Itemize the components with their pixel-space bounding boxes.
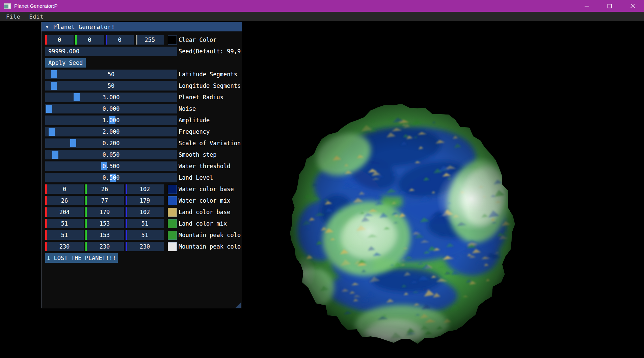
drag-value: 26 [85, 184, 124, 194]
mountain-peak-color-base-swatch[interactable] [168, 231, 177, 240]
land-color-mix-swatch[interactable] [168, 219, 177, 228]
drag-value: 51 [126, 219, 164, 228]
seed-input[interactable]: 99999.000 [45, 47, 177, 56]
planet-generator-panel: ▼ Planet Generator! 0 0 [41, 22, 242, 308]
drag-value: 153 [85, 219, 124, 228]
collapse-arrow-icon[interactable]: ▼ [46, 25, 49, 29]
clear-color-b-field[interactable]: 0 [106, 35, 134, 45]
color-inputs: 5115351 [45, 230, 177, 240]
water-color-mix-b-field[interactable]: 179 [126, 196, 164, 205]
slider-amplitude[interactable]: 1.000 [45, 116, 177, 125]
color-row-label: Land color mix [179, 219, 241, 228]
apply-seed-button[interactable]: Apply Seed [45, 58, 86, 68]
seed-label: Seed(Default: 99,999) [179, 47, 241, 56]
slider-label: Scale of Variation [179, 138, 241, 148]
minimize-button[interactable] [575, 0, 598, 12]
slider-label: Noise [179, 104, 241, 113]
color-row-mountain-peak-color-mix: 230230230Mountain peak color mix [45, 242, 242, 251]
slider-scale-of-variation[interactable]: 0.200 [45, 138, 177, 148]
drag-value: 77 [85, 196, 124, 205]
color-row-water-color-base: 026102Water color base [45, 184, 242, 194]
land-color-base-swatch[interactable] [168, 208, 177, 217]
color-row-label: Water color base [179, 184, 241, 194]
slider-value: 0.050 [45, 150, 177, 159]
slider-label: Planet Radius [179, 93, 241, 102]
water-color-mix-swatch[interactable] [168, 196, 177, 205]
mountain-peak-color-mix-b-field[interactable]: 230 [126, 242, 164, 251]
color-row-land-color-mix: 5115351Land color mix [45, 219, 242, 228]
mountain-peak-color-mix-g-field[interactable]: 230 [85, 242, 124, 251]
slider-water-threshold[interactable]: 0.500 [45, 161, 177, 171]
mountain-peak-color-base-b-field[interactable]: 51 [126, 230, 164, 240]
viewport-3d[interactable]: ▼ Planet Generator! 0 0 [0, 21, 644, 358]
slider-value: 2.000 [45, 127, 177, 136]
color-inputs: 2677179 [45, 196, 177, 205]
clear-color-swatch[interactable] [168, 35, 177, 45]
mountain-peak-color-base-r-field[interactable]: 51 [45, 230, 84, 240]
water-color-mix-g-field[interactable]: 77 [85, 196, 124, 205]
mountain-peak-color-mix-r-field[interactable]: 230 [45, 242, 84, 251]
water-color-mix-r-field[interactable]: 26 [45, 196, 84, 205]
window-titlebar[interactable]: Planet Generator:P [0, 0, 644, 12]
clear-color-g-value: 0 [75, 35, 104, 45]
clear-color-label: Clear Color [179, 35, 241, 45]
window-controls [575, 0, 644, 12]
lost-planet-row: I LOST THE PLANET!!! [45, 253, 242, 263]
land-color-mix-r-field[interactable]: 51 [45, 219, 84, 228]
water-color-base-b-field[interactable]: 102 [126, 184, 164, 194]
drag-value: 230 [45, 242, 84, 251]
mountain-peak-color-base-g-field[interactable]: 153 [85, 230, 124, 240]
water-color-base-g-field[interactable]: 26 [85, 184, 124, 194]
land-color-base-g-field[interactable]: 179 [85, 207, 124, 217]
color-row-water-color-mix: 2677179Water color mix [45, 196, 242, 205]
seed-value: 99999.000 [48, 47, 79, 56]
land-color-base-r-field[interactable]: 204 [45, 207, 84, 217]
clear-color-g-field[interactable]: 0 [75, 35, 104, 45]
slider-land-level[interactable]: 0.500 [45, 173, 177, 182]
panel-body: 0 0 0 255 [42, 31, 242, 308]
slider-label: Land Level [179, 173, 241, 182]
land-color-mix-b-field[interactable]: 51 [126, 219, 164, 228]
apply-seed-row: Apply Seed [45, 58, 242, 68]
resize-grip[interactable] [236, 302, 241, 308]
color-inputs: 230230230 [45, 242, 177, 251]
color-row-land-color-base: 204179102Land color base [45, 207, 242, 217]
drag-value: 26 [45, 196, 84, 205]
slider-frequency[interactable]: 2.000 [45, 127, 177, 136]
slider-noise[interactable]: 0.000 [45, 104, 177, 113]
panel-header[interactable]: ▼ Planet Generator! [42, 22, 242, 31]
color-inputs: 204179102 [45, 207, 177, 217]
water-color-base-r-field[interactable]: 0 [45, 184, 84, 194]
drag-value: 102 [126, 207, 164, 217]
clear-color-a-field[interactable]: 255 [136, 35, 164, 45]
slider-longitude-segments[interactable]: 50 [45, 81, 177, 91]
mountain-peak-color-mix-swatch[interactable] [168, 242, 177, 251]
drag-value: 179 [126, 196, 164, 205]
land-color-mix-g-field[interactable]: 153 [85, 219, 124, 228]
drag-value: 153 [85, 230, 124, 240]
panel-title: Planet Generator! [53, 24, 115, 30]
land-color-base-b-field[interactable]: 102 [126, 207, 164, 217]
slider-row-amplitude: 1.000Amplitude [45, 116, 242, 125]
slider-planet-radius[interactable]: 3.000 [45, 93, 177, 102]
color-row-label: Land color base [179, 207, 241, 217]
clear-color-r-value: 0 [45, 35, 74, 45]
drag-value: 51 [126, 230, 164, 240]
slider-value: 0.200 [45, 138, 177, 148]
drag-value: 230 [85, 242, 124, 251]
slider-value: 50 [45, 70, 177, 79]
menu-file[interactable]: File [6, 14, 21, 20]
menu-edit[interactable]: Edit [29, 14, 44, 20]
lost-planet-button[interactable]: I LOST THE PLANET!!! [45, 253, 118, 263]
drag-value: 204 [45, 207, 84, 217]
water-color-base-swatch[interactable] [168, 185, 177, 194]
close-button[interactable] [621, 0, 644, 12]
slider-latitude-segments[interactable]: 50 [45, 70, 177, 79]
clear-color-r-field[interactable]: 0 [45, 35, 74, 45]
clear-color-inputs: 0 0 0 255 [45, 35, 177, 45]
window-title: Planet Generator:P [14, 3, 57, 9]
slider-smooth-step[interactable]: 0.050 [45, 150, 177, 159]
maximize-button[interactable] [598, 0, 621, 12]
color-inputs: 5115351 [45, 219, 177, 228]
menu-bar: File Edit [0, 12, 644, 21]
